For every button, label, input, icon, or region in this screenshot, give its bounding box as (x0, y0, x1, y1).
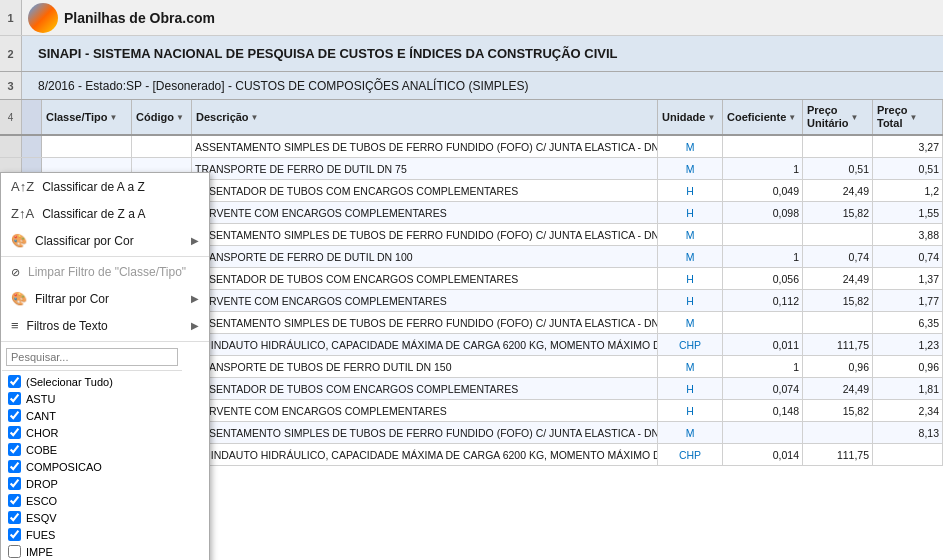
cell-coef (723, 224, 803, 245)
cell-preco-unit: 0,96 (803, 356, 873, 377)
sort-cor-arrow: ▶ (191, 235, 199, 246)
checkbox-item: FUES (2, 526, 182, 543)
header-unidade[interactable]: Unidade ▼ (658, 100, 723, 134)
cell-preco-unit: 111,75 (803, 334, 873, 355)
checkbox-item: ESCO (2, 492, 182, 509)
filtros-texto-arrow: ▶ (191, 320, 199, 331)
cell-coef: 0,074 (723, 378, 803, 399)
cell-classe (42, 136, 132, 157)
cb-list: (Selecionar Tudo) ASTU CANT CHOR COBE CO… (2, 371, 182, 560)
unidade-dropdown-arrow[interactable]: ▼ (707, 113, 715, 122)
header-sort-col (22, 100, 42, 134)
cell-desc: ASSENTAMENTO SIMPLES DE TUBOS DE FERRO F… (192, 422, 658, 443)
cell-coef (723, 136, 803, 157)
logo-text: Planilhas de Obra.com (64, 10, 215, 26)
cell-coef: 1 (723, 158, 803, 179)
filtros-texto-icon: ≡ (11, 318, 19, 333)
filter-cor-item[interactable]: 🎨 Filtrar por Cor ▶ (1, 285, 209, 312)
header-descricao[interactable]: Descrição ▼ (192, 100, 658, 134)
header-classe-tipo[interactable]: Classe/Tipo ▼ (42, 100, 132, 134)
cell-unidade: M (658, 422, 723, 443)
checkbox-input[interactable] (8, 409, 21, 422)
cb-search-area (2, 344, 182, 371)
cell-desc: ASSENTADOR DE TUBOS COM ENCARGOS COMPLEM… (192, 268, 658, 289)
checkbox-input[interactable] (8, 528, 21, 541)
descricao-dropdown-arrow[interactable]: ▼ (251, 113, 259, 122)
header-codigo[interactable]: Código ▼ (132, 100, 192, 134)
sort-za-item[interactable]: Z↑A Classificar de Z a A (1, 200, 209, 227)
cell-desc: TRANSPORTE DE FERRO DE DUTIL DN 100 (192, 246, 658, 267)
checkbox-item: COBE (2, 441, 182, 458)
checkbox-input[interactable] (8, 426, 21, 439)
checkbox-input[interactable] (8, 545, 21, 558)
cell-unidade: H (658, 268, 723, 289)
cell-coef (723, 422, 803, 443)
filtros-texto-item[interactable]: ≡ Filtros de Texto ▶ (1, 312, 209, 339)
preco-total-dropdown-arrow[interactable]: ▼ (910, 113, 918, 122)
cell-desc: ASSENTAMENTO SIMPLES DE TUBOS DE FERRO F… (192, 136, 658, 157)
checkbox-label: FUES (26, 529, 55, 541)
checkbox-input[interactable] (8, 375, 21, 388)
cell-preco-total: 1,2 (873, 180, 943, 201)
cell-coef: 0,011 (723, 334, 803, 355)
cell-preco-unit (803, 224, 873, 245)
checkbox-label: IMPE (26, 546, 53, 558)
checkbox-input[interactable] (8, 460, 21, 473)
cell-preco-total: 1,81 (873, 378, 943, 399)
header-row-num: 4 (0, 100, 22, 134)
row-num-3: 3 (0, 72, 22, 99)
cell-preco-total: 3,27 (873, 136, 943, 157)
cell-preco-total: 0,96 (873, 356, 943, 377)
clear-filter-icon: ⊘ (11, 266, 20, 279)
cell-desc: ASSENTADOR DE TUBOS COM ENCARGOS COMPLEM… (192, 180, 658, 201)
checkbox-item: IMPE (2, 543, 182, 560)
header-coeficiente[interactable]: Coeficiente ▼ (723, 100, 803, 134)
dropdown-overlay: A↑Z Classificar de A a Z Z↑A Classificar… (0, 172, 210, 560)
cb-search-input[interactable] (6, 348, 178, 366)
checkbox-label: (Selecionar Tudo) (26, 376, 113, 388)
cell-preco-total: 1,77 (873, 290, 943, 311)
sort-az-item[interactable]: A↑Z Classificar de A a Z (1, 173, 209, 200)
checkbox-input[interactable] (8, 392, 21, 405)
codigo-dropdown-arrow[interactable]: ▼ (176, 113, 184, 122)
checkbox-input[interactable] (8, 477, 21, 490)
sort-cor-item[interactable]: 🎨 Classificar por Cor ▶ (1, 227, 209, 254)
cell-preco-unit: 15,82 (803, 400, 873, 421)
classe-tipo-dropdown-arrow[interactable]: ▼ (110, 113, 118, 122)
checkbox-input[interactable] (8, 443, 21, 456)
cell-coef: 0,112 (723, 290, 803, 311)
cell-desc: TRANSPORTE DE FERRO DE DUTIL DN 75 (192, 158, 658, 179)
cell-desc: SERVENTE COM ENCARGOS COMPLEMENTARES (192, 202, 658, 223)
filter-cor-arrow: ▶ (191, 293, 199, 304)
checkbox-panel: (Selecionar Tudo) ASTU CANT CHOR COBE CO… (2, 344, 182, 560)
cell-preco-unit: 0,51 (803, 158, 873, 179)
checkbox-label: ESQV (26, 512, 57, 524)
cell-desc: SERVENTE COM ENCARGOS COMPLEMENTARES (192, 290, 658, 311)
filter-menu: A↑Z Classificar de A a Z Z↑A Classificar… (0, 172, 210, 560)
cell-preco-total (873, 444, 943, 465)
cell-coef: 0,056 (723, 268, 803, 289)
clear-filter-item[interactable]: ⊘ Limpar Filtro de "Classe/Tipo" (1, 259, 209, 285)
column-header-row: 4 Classe/Tipo ▼ Código ▼ Descrição ▼ Uni… (0, 100, 943, 136)
preco-unitario-dropdown-arrow[interactable]: ▼ (851, 113, 859, 122)
cell-desc: GUINDAUTO HIDRÁULICO, CAPACIDADE MÁXIMA … (192, 334, 658, 355)
cell-coef: 0,098 (723, 202, 803, 223)
cell-preco-total: 3,88 (873, 224, 943, 245)
coeficiente-dropdown-arrow[interactable]: ▼ (788, 113, 796, 122)
cell-preco-unit (803, 312, 873, 333)
menu-divider-1 (1, 256, 209, 257)
cell-coef: 0,148 (723, 400, 803, 421)
header-preco-total[interactable]: Preço Total ▼ (873, 100, 943, 134)
cell-preco-unit: 24,49 (803, 180, 873, 201)
cell-preco-total: 1,37 (873, 268, 943, 289)
checkbox-input[interactable] (8, 494, 21, 507)
header-preco-unitario[interactable]: Preço Unitário ▼ (803, 100, 873, 134)
cell-preco-unit (803, 422, 873, 443)
cell-codigo (132, 136, 192, 157)
cell-unidade: H (658, 400, 723, 421)
checkbox-input[interactable] (8, 511, 21, 524)
cell-desc: ASSENTAMENTO SIMPLES DE TUBOS DE FERRO F… (192, 312, 658, 333)
cell-unidade: H (658, 290, 723, 311)
sort-za-icon: Z↑A (11, 206, 34, 221)
cell-coef: 0,049 (723, 180, 803, 201)
